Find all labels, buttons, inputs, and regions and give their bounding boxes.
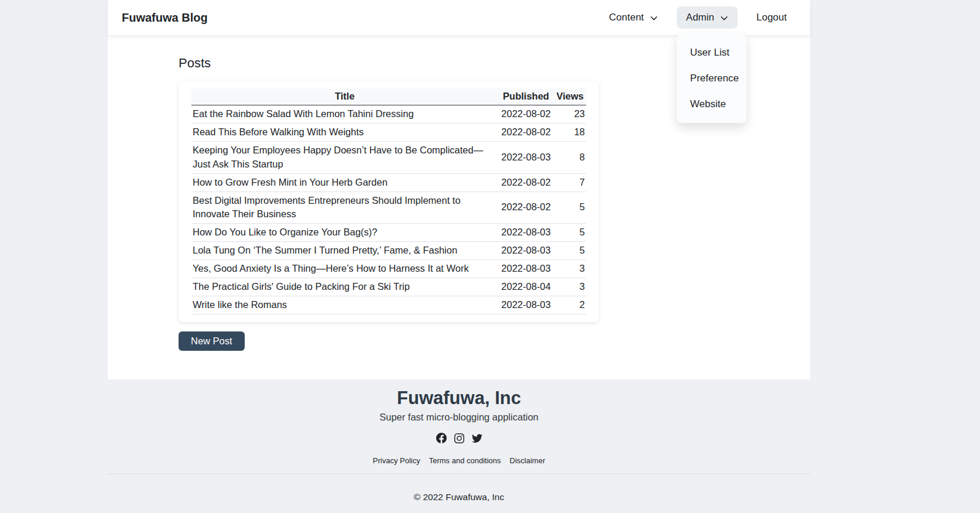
navbar-menu: Content Admin User List Preference Websi… bbox=[599, 6, 796, 29]
post-published: 2022-08-03 bbox=[498, 141, 554, 173]
post-published: 2022-08-03 bbox=[498, 260, 554, 278]
nav-content-dropdown[interactable]: Content bbox=[599, 6, 667, 29]
post-published: 2022-08-02 bbox=[498, 105, 554, 123]
brand-link[interactable]: Fuwafuwa Blog bbox=[122, 11, 208, 25]
column-header-published: Published bbox=[498, 88, 554, 105]
chevron-down-icon bbox=[650, 14, 658, 22]
post-title[interactable]: How Do You Like to Organize Your Bag(s)? bbox=[191, 224, 498, 242]
new-post-button[interactable]: New Post bbox=[179, 331, 245, 351]
post-published: 2022-08-02 bbox=[498, 173, 554, 191]
chevron-down-icon bbox=[720, 14, 728, 22]
navbar: Fuwafuwa Blog Content Admin User List Pr… bbox=[108, 0, 810, 35]
table-row[interactable]: How to Grow Fresh Mint in Your Herb Gard… bbox=[191, 173, 586, 191]
post-published: 2022-08-02 bbox=[498, 191, 554, 224]
table-row[interactable]: How Do You Like to Organize Your Bag(s)?… bbox=[191, 224, 586, 242]
post-published: 2022-08-04 bbox=[498, 278, 554, 296]
footer-divider bbox=[108, 474, 810, 474]
menu-item-preference[interactable]: Preference bbox=[677, 66, 746, 91]
post-published: 2022-08-03 bbox=[498, 242, 554, 260]
twitter-icon[interactable] bbox=[472, 433, 482, 443]
post-title[interactable]: Eat the Rainbow Salad With Lemon Tahini … bbox=[191, 105, 498, 123]
footer-links: Privacy Policy Terms and conditions Disc… bbox=[108, 456, 810, 465]
menu-item-user-list[interactable]: User List bbox=[677, 40, 746, 66]
table-row[interactable]: Yes, Good Anxiety Is a Thing—Here’s How … bbox=[191, 260, 586, 278]
table-row[interactable]: Lola Tung On ‘The Summer I Turned Pretty… bbox=[191, 242, 586, 260]
posts-table-body: Eat the Rainbow Salad With Lemon Tahini … bbox=[191, 105, 586, 314]
footer: Fuwafuwa, Inc Super fast micro-blogging … bbox=[108, 379, 810, 502]
post-views: 8 bbox=[554, 141, 586, 173]
post-views: 5 bbox=[554, 224, 586, 242]
nav-admin-dropdown[interactable]: Admin bbox=[677, 6, 738, 29]
instagram-icon[interactable] bbox=[454, 433, 464, 443]
table-row[interactable]: Write like the Romans 2022-08-03 2 bbox=[191, 296, 586, 314]
post-title[interactable]: Lola Tung On ‘The Summer I Turned Pretty… bbox=[191, 242, 498, 260]
menu-item-website[interactable]: Website bbox=[677, 91, 746, 117]
table-row[interactable]: Eat the Rainbow Salad With Lemon Tahini … bbox=[191, 105, 586, 123]
table-header-row: Title Published Views bbox=[191, 88, 586, 105]
post-published: 2022-08-03 bbox=[498, 296, 554, 314]
post-views: 7 bbox=[554, 173, 586, 191]
post-title[interactable]: The Practical Girls' Guide to Packing Fo… bbox=[191, 278, 498, 296]
post-title[interactable]: Keeping Your Employees Happy Doesn’t Hav… bbox=[191, 141, 498, 173]
post-published: 2022-08-03 bbox=[498, 224, 554, 242]
post-views: 3 bbox=[554, 260, 586, 278]
footer-link-privacy-policy[interactable]: Privacy Policy bbox=[373, 456, 420, 465]
post-title[interactable]: How to Grow Fresh Mint in Your Herb Gard… bbox=[191, 173, 498, 191]
column-header-views: Views bbox=[554, 88, 586, 105]
post-views: 5 bbox=[554, 191, 586, 224]
post-published: 2022-08-02 bbox=[498, 123, 554, 141]
footer-tagline: Super fast micro-blogging application bbox=[108, 412, 810, 423]
app-container: Fuwafuwa Blog Content Admin User List Pr… bbox=[108, 0, 810, 502]
footer-link-disclaimer[interactable]: Disclaimer bbox=[510, 456, 546, 465]
post-views: 23 bbox=[554, 105, 586, 123]
post-views: 18 bbox=[554, 123, 586, 141]
posts-table: Title Published Views Eat the Rainbow Sa… bbox=[191, 88, 586, 314]
post-views: 5 bbox=[554, 242, 586, 260]
post-title[interactable]: Write like the Romans bbox=[191, 296, 498, 314]
post-title[interactable]: Best Digital Improvements Entrepreneurs … bbox=[191, 191, 498, 224]
table-row[interactable]: Read This Before Walking With Weights 20… bbox=[191, 123, 586, 141]
table-row[interactable]: The Practical Girls' Guide to Packing Fo… bbox=[191, 278, 586, 296]
post-title[interactable]: Read This Before Walking With Weights bbox=[191, 123, 498, 141]
posts-table-card: Title Published Views Eat the Rainbow Sa… bbox=[179, 81, 599, 322]
nav-logout[interactable]: Logout bbox=[747, 6, 796, 29]
admin-dropdown-menu: User List Preference Website bbox=[677, 34, 746, 123]
footer-social-icons bbox=[108, 433, 810, 443]
table-row[interactable]: Best Digital Improvements Entrepreneurs … bbox=[191, 191, 586, 224]
nav-admin-label: Admin bbox=[686, 12, 714, 23]
post-views: 2 bbox=[554, 296, 586, 314]
column-header-title: Title bbox=[191, 88, 498, 105]
post-views: 3 bbox=[554, 278, 586, 296]
post-title[interactable]: Yes, Good Anxiety Is a Thing—Here’s How … bbox=[191, 260, 498, 278]
nav-content-label: Content bbox=[609, 12, 644, 23]
facebook-icon[interactable] bbox=[436, 433, 447, 443]
copyright-text: © 2022 Fuwafuwa, Inc bbox=[108, 492, 810, 502]
footer-link-terms[interactable]: Terms and conditions bbox=[429, 456, 501, 465]
table-row[interactable]: Keeping Your Employees Happy Doesn’t Hav… bbox=[191, 141, 586, 173]
footer-company-name: Fuwafuwa, Inc bbox=[108, 387, 810, 410]
admin-dropdown-wrap: Admin User List Preference Website bbox=[677, 6, 738, 29]
